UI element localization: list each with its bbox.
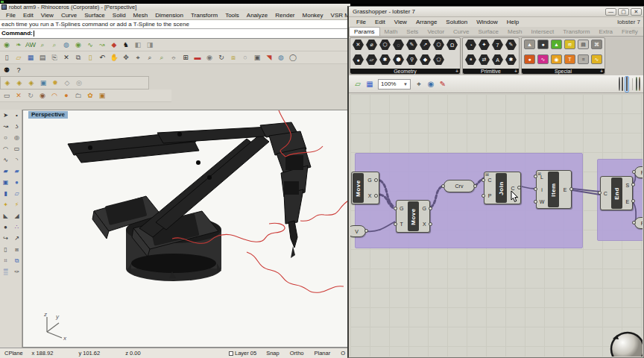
print-icon[interactable]: ▤ bbox=[37, 52, 48, 63]
shield-icon[interactable]: ◥ bbox=[264, 52, 275, 63]
node-end[interactable]: CEndSE bbox=[600, 176, 633, 210]
navigation-sphere[interactable] bbox=[604, 327, 643, 357]
rectangle-icon[interactable]: ▭ bbox=[12, 144, 22, 154]
output-S[interactable]: S bbox=[623, 177, 633, 193]
undo-icon[interactable]: ↶ bbox=[97, 52, 108, 63]
tab-params[interactable]: Params bbox=[349, 27, 380, 36]
plane-icon[interactable]: ▱ bbox=[12, 189, 22, 198]
gh-menu-window[interactable]: Window bbox=[472, 19, 502, 25]
tsplines-ball-icon[interactable]: ◍ bbox=[61, 40, 72, 50]
fillet-icon[interactable]: ◣ bbox=[1, 211, 11, 221]
rhino-menu-view[interactable]: View bbox=[37, 12, 57, 19]
paste-icon[interactable]: ▯ bbox=[85, 52, 96, 63]
tsplines-pyramid-icon[interactable]: ◆ bbox=[109, 40, 120, 50]
dots-icon[interactable]: ∴ bbox=[12, 222, 22, 232]
pencil-icon[interactable]: ✎ bbox=[406, 40, 417, 50]
diamond-b-icon[interactable]: ◈ bbox=[26, 78, 37, 88]
null-icon[interactable]: ✕ bbox=[353, 40, 364, 50]
surface2-icon[interactable]: ▰ bbox=[12, 166, 22, 176]
tab-sets[interactable]: Sets bbox=[402, 28, 423, 36]
viewport-tab-perspective[interactable]: Perspective bbox=[28, 111, 68, 119]
twisted-box-icon[interactable]: Ω bbox=[446, 40, 458, 50]
preview-off-icon[interactable] bbox=[619, 78, 620, 91]
text-param-icon[interactable]: A bbox=[492, 54, 503, 65]
input-G[interactable]: G bbox=[397, 201, 407, 216]
preview-wire-icon[interactable] bbox=[622, 78, 623, 91]
maximize-button[interactable]: ▢ bbox=[618, 8, 629, 16]
grasshopper-canvas[interactable]: MoveGXGTMoveGX⊞CPJoinCLiWItemE⊞CEndSEVCr… bbox=[350, 94, 643, 357]
sub-d-icon[interactable]: ⬠ bbox=[433, 54, 444, 65]
tab-mesh[interactable]: Mesh bbox=[503, 28, 527, 36]
zoom-dropdown[interactable]: 100% ▼ bbox=[378, 79, 411, 90]
solver-on-icon[interactable] bbox=[636, 78, 637, 91]
eye-icon[interactable]: ◉ bbox=[204, 52, 215, 63]
output-G[interactable]: G bbox=[420, 201, 430, 216]
button-icon[interactable]: ● bbox=[537, 40, 549, 49]
node-move[interactable]: MoveGX bbox=[351, 172, 379, 204]
mesh-param-icon[interactable]: ✱ bbox=[379, 54, 391, 65]
sun-icon[interactable]: ✹ bbox=[50, 78, 61, 88]
circle-center-icon[interactable]: ◎ bbox=[12, 133, 22, 142]
gh-menu-solution[interactable]: Solution bbox=[441, 19, 472, 25]
zoom-ext-icon[interactable]: ⌔ bbox=[168, 52, 180, 63]
gradient-icon[interactable]: ▒ bbox=[1, 267, 11, 277]
ball-orange-icon[interactable]: ● bbox=[61, 90, 72, 101]
save-definition-icon[interactable]: ▦ bbox=[364, 78, 376, 90]
box-icon[interactable]: ▣ bbox=[1, 178, 11, 187]
graph-mapper-icon[interactable]: ∿ bbox=[537, 54, 549, 64]
asterisk-icon[interactable]: ✱ bbox=[505, 54, 517, 65]
boolean-param-icon[interactable]: ◔ bbox=[465, 40, 476, 50]
curve-param-icon[interactable]: ⌀ bbox=[366, 40, 377, 50]
open-icon[interactable]: ▱ bbox=[13, 52, 25, 63]
diamond-o-icon[interactable]: ◈ bbox=[14, 78, 25, 88]
field-icon[interactable]: ◆ bbox=[420, 54, 431, 65]
swoosh-icon[interactable]: ◠ bbox=[49, 90, 60, 101]
status-layer[interactable]: Layer 05 bbox=[224, 350, 261, 357]
node-move[interactable]: GTMoveGX bbox=[396, 200, 430, 233]
point-icon[interactable]: • bbox=[12, 110, 22, 120]
walk-icon[interactable]: ⚉ bbox=[1, 65, 13, 75]
speaker-icon[interactable]: ▲ bbox=[524, 40, 535, 49]
brep-icon[interactable]: ⬡ bbox=[379, 40, 391, 50]
tab-transform[interactable]: Transform bbox=[558, 28, 594, 36]
car-icon[interactable]: ▬ bbox=[192, 52, 203, 63]
rhino-menu-curve[interactable]: Curve bbox=[57, 12, 80, 19]
srf-param-icon[interactable]: ⬡ bbox=[433, 40, 444, 50]
monitor-icon[interactable]: ▭ bbox=[1, 90, 13, 101]
sphere-icon[interactable]: ● bbox=[12, 178, 22, 187]
chamfer-icon[interactable]: ◢ bbox=[12, 211, 22, 221]
plane-param-icon[interactable]: ▱ bbox=[366, 54, 377, 65]
globe-icon[interactable]: ◯ bbox=[288, 52, 299, 63]
archive-icon[interactable]: 🗀 bbox=[73, 90, 84, 101]
rhino-menu-edit[interactable]: Edit bbox=[19, 12, 37, 19]
minimize-button[interactable]: — bbox=[605, 8, 616, 16]
wire[interactable] bbox=[366, 222, 395, 231]
tab-extra[interactable]: Extra bbox=[594, 28, 617, 36]
node-item[interactable]: LiWItemE⊞ bbox=[536, 170, 572, 209]
vector-param-icon[interactable]: ↗ bbox=[420, 40, 431, 50]
zoom-sel-icon[interactable]: ⌕ bbox=[157, 52, 168, 63]
lines-icon[interactable]: ≡ bbox=[578, 54, 589, 64]
pause-icon[interactable]: ⏸ bbox=[465, 54, 476, 65]
bulb-icon[interactable]: ○ bbox=[240, 52, 251, 63]
pageflip-icon[interactable]: ⎘ bbox=[49, 52, 60, 63]
pipe-icon[interactable]: ▯ bbox=[1, 245, 11, 254]
network-icon[interactable]: ⌗ bbox=[1, 256, 11, 266]
pencil2-icon[interactable]: ✎ bbox=[505, 40, 517, 50]
tree-icon[interactable]: ⌘ bbox=[591, 40, 602, 49]
group-expand-icon[interactable]: + bbox=[600, 69, 603, 74]
domain-icon[interactable]: ⇄ bbox=[479, 54, 490, 65]
cube-icon[interactable]: ▣ bbox=[38, 78, 49, 88]
tab-ka[interactable]: Ka bbox=[643, 28, 643, 36]
output-E[interactable]: E bbox=[560, 171, 570, 208]
status-toggle-planar[interactable]: Planar bbox=[309, 350, 335, 357]
tsplines-zoom2-icon[interactable]: ⌕ bbox=[49, 40, 60, 50]
integer-icon[interactable]: 7 bbox=[492, 40, 503, 50]
input-i[interactable]: i bbox=[537, 183, 547, 196]
tab-firefly[interactable]: Firefly bbox=[617, 28, 643, 36]
tsplines-aw-icon[interactable]: AW bbox=[25, 40, 37, 50]
cut-icon[interactable]: ✕ bbox=[61, 52, 72, 63]
status-cplane[interactable]: CPlane bbox=[0, 350, 28, 357]
preview-shaded-icon[interactable] bbox=[625, 76, 629, 92]
status-toggle-ortho[interactable]: Ortho bbox=[285, 350, 309, 357]
